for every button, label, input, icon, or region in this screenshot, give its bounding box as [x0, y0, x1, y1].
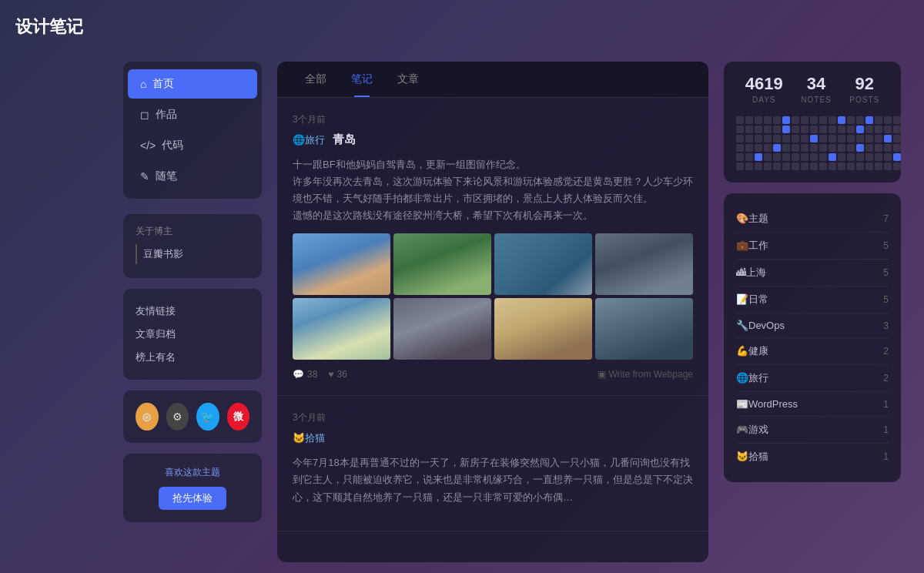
- post-title-1: 青岛: [333, 132, 356, 146]
- post-image-1-3[interactable]: [494, 233, 592, 295]
- rss-icon[interactable]: ⊛: [136, 403, 159, 431]
- cal-dot-65: [838, 144, 845, 152]
- cal-dot-66: [847, 144, 855, 152]
- cal-dot-54: [736, 144, 744, 152]
- tag-count-0: 7: [883, 213, 889, 224]
- cal-dot-21: [764, 126, 772, 133]
- tag-count-4: 3: [883, 320, 889, 331]
- cal-dot-2: [755, 116, 762, 124]
- tag-count-5: 2: [883, 346, 889, 357]
- tag-item-9[interactable]: 🐱拾猫1: [736, 444, 889, 470]
- tag-item-2[interactable]: 🏙上海5: [736, 260, 889, 286]
- cal-dot-68: [865, 144, 873, 152]
- like-count-1[interactable]: ♥ 36: [328, 369, 346, 380]
- sidebar-archive[interactable]: 文章归档: [136, 323, 249, 346]
- source-text-1: Write from Webpage: [608, 369, 693, 380]
- sidebar-popular[interactable]: 榜上有名: [136, 346, 249, 369]
- post-date-1: 3个月前: [293, 113, 693, 126]
- tag-item-7[interactable]: 📰WordPress1: [736, 392, 889, 417]
- tag-count-8: 1: [883, 424, 889, 435]
- home-icon: ⌂: [140, 78, 146, 90]
- cal-dot-43: [801, 135, 808, 142]
- cal-dot-56: [755, 144, 762, 152]
- about-title: 关于博主: [136, 225, 249, 238]
- cal-dot-106: [884, 163, 892, 170]
- cal-dot-107: [893, 163, 901, 170]
- right-panel: 4619 DAYS 34 NOTES 92 POSTS 🎨主题7💼工作5🏙上海5…: [724, 62, 901, 482]
- tag-item-8[interactable]: 🎮游戏1: [736, 417, 889, 444]
- post-tag-2[interactable]: 🐱拾猫: [293, 431, 325, 445]
- cal-dot-52: [884, 135, 892, 142]
- tag-label-0: 🎨主题: [736, 212, 768, 226]
- cal-dot-17: [893, 116, 901, 124]
- tag-label-3: 📝日常: [736, 293, 768, 307]
- cal-dot-40: [773, 135, 781, 142]
- post-image-1-8[interactable]: [595, 298, 693, 360]
- cal-dot-77: [782, 153, 790, 161]
- cal-dot-20: [755, 126, 762, 133]
- tag-item-5[interactable]: 💪健康2: [736, 338, 889, 365]
- cal-dot-50: [865, 135, 873, 142]
- cal-dot-83: [838, 153, 845, 161]
- notes-value: 34: [801, 74, 831, 94]
- cal-dot-53: [893, 135, 901, 142]
- cal-dot-27: [819, 126, 827, 133]
- cal-dot-11: [838, 116, 845, 124]
- tag-item-1[interactable]: 💼工作5: [736, 233, 889, 260]
- like-icon-1: ♥: [328, 369, 333, 380]
- about-douban[interactable]: 豆瓣书影: [136, 244, 249, 264]
- cal-dot-48: [847, 135, 855, 142]
- tag-item-3[interactable]: 📝日常5: [736, 286, 889, 313]
- cal-dot-4: [773, 116, 781, 124]
- post-image-1-6[interactable]: [393, 298, 491, 360]
- notes-label: NOTES: [801, 96, 831, 104]
- tag-item-0[interactable]: 🎨主题7: [736, 206, 889, 233]
- tag-label-5: 💪健康: [736, 344, 768, 358]
- cal-dot-99: [819, 163, 827, 170]
- cal-dot-105: [875, 163, 882, 170]
- sidebar-item-portfolio[interactable]: ◻ 作品: [128, 100, 257, 129]
- sidebar-links[interactable]: 友情链接: [136, 300, 249, 323]
- sidebar-item-code[interactable]: </> 代码: [128, 131, 257, 160]
- sidebar-item-notes[interactable]: ✎ 随笔: [128, 162, 257, 191]
- cal-dot-37: [745, 135, 753, 142]
- cal-dot-14: [865, 116, 873, 124]
- weibo-icon[interactable]: 微: [227, 403, 250, 431]
- post-image-1-7[interactable]: [494, 298, 592, 360]
- post-image-1-4[interactable]: [595, 233, 693, 295]
- cal-dot-3: [764, 116, 772, 124]
- tab-articles[interactable]: 文章: [385, 62, 431, 97]
- cal-dot-33: [875, 126, 882, 133]
- github-icon[interactable]: ⚙: [166, 403, 189, 431]
- twitter-icon[interactable]: 🐦: [196, 403, 219, 431]
- cal-dot-72: [736, 153, 744, 161]
- cal-dot-22: [773, 126, 781, 133]
- cal-dot-67: [856, 144, 864, 152]
- promo-button[interactable]: 抢先体验: [159, 487, 226, 510]
- cal-dot-60: [792, 144, 799, 152]
- post-tag-1[interactable]: 🌐旅行: [293, 133, 325, 147]
- sidebar-promo: 喜欢这款主题 抢先体验: [123, 454, 262, 522]
- tag-label-4: 🔧DevOps: [736, 320, 785, 331]
- cal-dot-101: [838, 163, 845, 170]
- cal-dot-0: [736, 116, 744, 124]
- post-image-1-2[interactable]: [393, 233, 491, 295]
- tab-notes[interactable]: 笔记: [339, 62, 385, 97]
- cal-dot-71: [893, 144, 901, 152]
- post-image-1-5[interactable]: [293, 298, 390, 360]
- tag-item-4[interactable]: 🔧DevOps3: [736, 313, 889, 338]
- cal-dot-82: [829, 153, 836, 161]
- cal-dot-7: [801, 116, 808, 124]
- tab-all[interactable]: 全部: [293, 62, 339, 97]
- comment-count-1[interactable]: 💬 38: [293, 369, 317, 380]
- post-image-1-1[interactable]: [293, 233, 390, 295]
- cal-dot-76: [773, 153, 781, 161]
- days-label: DAYS: [745, 96, 783, 104]
- cal-dot-74: [755, 153, 762, 161]
- app-title: 设计笔记: [15, 15, 83, 39]
- cal-dot-8: [810, 116, 818, 124]
- cal-dot-45: [819, 135, 827, 142]
- tag-count-6: 2: [883, 373, 889, 384]
- sidebar-item-home[interactable]: ⌂ 首页: [128, 69, 257, 99]
- tag-item-6[interactable]: 🌐旅行2: [736, 365, 889, 392]
